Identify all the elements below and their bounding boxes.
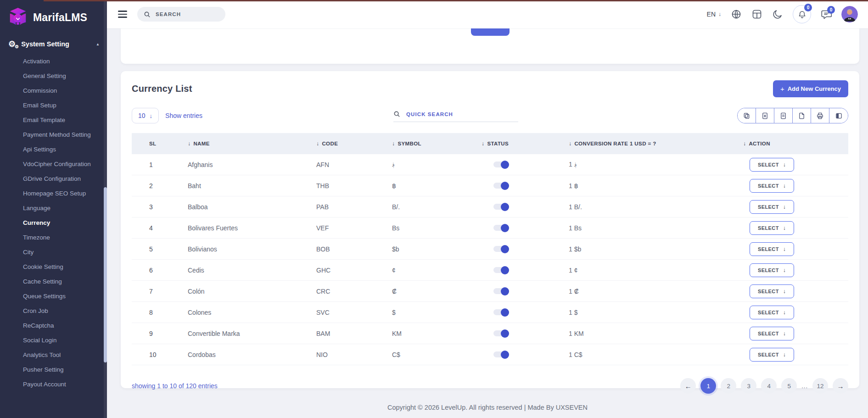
code-cell: PAB bbox=[311, 203, 386, 211]
select-action-button[interactable]: SELECT↓ bbox=[750, 284, 794, 298]
messages-button[interactable]: 0 bbox=[821, 9, 832, 20]
sidebar-item-homepage-seo-setup[interactable]: Homepage SEO Setup bbox=[0, 186, 107, 201]
column-header-status[interactable]: ↓STATUS bbox=[476, 140, 563, 147]
global-search[interactable] bbox=[137, 7, 225, 22]
select-action-label: SELECT bbox=[758, 268, 779, 273]
status-toggle[interactable] bbox=[493, 267, 508, 273]
prev-page-button[interactable]: ← bbox=[680, 378, 696, 394]
column-header-action[interactable]: ↓ACTION bbox=[738, 140, 848, 147]
select-action-button[interactable]: SELECT↓ bbox=[750, 327, 794, 340]
symbol-cell: ؋ bbox=[386, 161, 476, 168]
select-action-label: SELECT bbox=[758, 331, 779, 336]
sidebar-item-queue-settings[interactable]: Queue Settings bbox=[0, 289, 107, 303]
action-cell: SELECT↓ bbox=[738, 158, 848, 172]
select-action-button[interactable]: SELECT↓ bbox=[750, 179, 794, 193]
sidebar-item-city[interactable]: City bbox=[0, 245, 107, 259]
status-toggle[interactable] bbox=[493, 330, 508, 336]
language-selector[interactable]: EN ↓ bbox=[707, 11, 721, 18]
export-excel-button[interactable] bbox=[756, 108, 774, 123]
column-header-conversion-rate-1-usd[interactable]: ↓CONVERSION RATE 1 USD = ? bbox=[563, 140, 738, 147]
select-action-button[interactable]: SELECT↓ bbox=[750, 306, 794, 319]
topbar-actions: EN ↓ 0 bbox=[707, 5, 858, 23]
status-toggle[interactable] bbox=[493, 288, 508, 294]
sidebar-item-payout-account[interactable]: Payout Account bbox=[0, 377, 107, 391]
status-toggle[interactable] bbox=[493, 162, 508, 167]
chevron-down-icon: ↓ bbox=[783, 225, 786, 231]
quick-search-input[interactable] bbox=[405, 111, 518, 117]
sidebar-item-api-settings[interactable]: Api Settings bbox=[0, 142, 107, 156]
page-button-3[interactable]: 3 bbox=[741, 378, 756, 394]
chevron-down-icon: ↓ bbox=[783, 246, 786, 252]
status-cell bbox=[476, 330, 563, 336]
column-header-symbol[interactable]: ↓SYMBOL bbox=[386, 140, 476, 147]
select-action-button[interactable]: SELECT↓ bbox=[750, 221, 794, 235]
pagination-ellipsis: ... bbox=[801, 383, 808, 390]
sidebar-item-cron-job[interactable]: Cron Job bbox=[0, 303, 107, 318]
sl-cell: 10 bbox=[132, 351, 182, 358]
column-header-sl[interactable]: SL bbox=[132, 141, 182, 146]
page-button-1[interactable]: 1 bbox=[700, 378, 716, 394]
status-toggle[interactable] bbox=[493, 183, 508, 189]
status-toggle[interactable] bbox=[493, 246, 508, 252]
export-columns-button[interactable] bbox=[829, 108, 848, 123]
sidebar-item-cookie-setting[interactable]: Cookie Setting bbox=[0, 259, 107, 274]
select-action-button[interactable]: SELECT↓ bbox=[750, 200, 794, 214]
status-toggle[interactable] bbox=[493, 309, 508, 315]
sidebar-item-language[interactable]: Language bbox=[0, 201, 107, 215]
notifications-button[interactable]: 0 bbox=[793, 5, 811, 23]
status-toggle[interactable] bbox=[493, 204, 508, 210]
sidebar-item-email-template[interactable]: Email Template bbox=[0, 112, 107, 127]
toggle-knob bbox=[501, 203, 509, 211]
column-header-name[interactable]: ↓NAME bbox=[182, 140, 311, 147]
page-button-12[interactable]: 12 bbox=[812, 378, 828, 394]
entries-per-page-select[interactable]: 10 ↓ bbox=[132, 108, 159, 123]
select-action-button[interactable]: SELECT↓ bbox=[750, 158, 794, 172]
page-button-2[interactable]: 2 bbox=[721, 378, 736, 394]
sidebar-item-recaptcha[interactable]: ReCaptcha bbox=[0, 318, 107, 333]
status-toggle[interactable] bbox=[493, 351, 508, 357]
page-button-4[interactable]: 4 bbox=[761, 378, 777, 394]
column-header-code[interactable]: ↓CODE bbox=[311, 140, 386, 147]
export-csv-button[interactable] bbox=[774, 108, 793, 123]
sidebar-item-timezone[interactable]: Timezone bbox=[0, 230, 107, 245]
sidebar-item-currency[interactable]: Currency bbox=[0, 215, 107, 230]
sidebar-scrollbar[interactable] bbox=[104, 0, 107, 418]
export-pdf-button[interactable] bbox=[793, 108, 811, 123]
next-page-button[interactable]: → bbox=[833, 378, 848, 394]
sidebar-item-activation[interactable]: Activation bbox=[0, 54, 107, 68]
sidebar-item-email-setup[interactable]: Email Setup bbox=[0, 98, 107, 112]
globe-icon[interactable] bbox=[731, 9, 742, 20]
user-avatar[interactable] bbox=[841, 6, 858, 22]
sidebar-item-general-setting[interactable]: General Setting bbox=[0, 68, 107, 83]
sidebar-item-payment-method-setting[interactable]: Payment Method Setting bbox=[0, 127, 107, 142]
code-cell: SVC bbox=[311, 309, 386, 316]
sidebar-item-analytics-tool[interactable]: Analytics Tool bbox=[0, 347, 107, 362]
sidebar-item-social-login[interactable]: Social Login bbox=[0, 333, 107, 347]
menu-toggle-button[interactable] bbox=[118, 9, 127, 20]
page-button-5[interactable]: 5 bbox=[781, 378, 797, 394]
sidebar-item-vdocipher-configuration[interactable]: VdoCipher Configuration bbox=[0, 156, 107, 171]
sidebar-section-system-setting[interactable]: ⚙⚙ System Setting ▲ bbox=[0, 33, 107, 52]
dark-mode-icon[interactable] bbox=[772, 9, 783, 20]
action-cell: SELECT↓ bbox=[738, 263, 848, 277]
quick-search[interactable] bbox=[393, 111, 518, 122]
select-action-button[interactable]: SELECT↓ bbox=[750, 348, 794, 362]
sidebar-item-pusher-setting[interactable]: Pusher Setting bbox=[0, 362, 107, 377]
layout-icon[interactable] bbox=[751, 9, 762, 20]
export-print-button[interactable] bbox=[811, 108, 829, 123]
status-toggle[interactable] bbox=[493, 225, 508, 231]
sidebar-item-gdrive-configuration[interactable]: GDrive Configuration bbox=[0, 171, 107, 186]
brand[interactable]: MarifaLMS bbox=[0, 0, 107, 33]
sidebar-item-cache-setting[interactable]: Cache Setting bbox=[0, 274, 107, 289]
action-cell: SELECT↓ bbox=[738, 200, 848, 214]
select-action-button[interactable]: SELECT↓ bbox=[750, 242, 794, 256]
status-cell bbox=[476, 267, 563, 273]
export-copy-button[interactable] bbox=[738, 108, 756, 123]
select-action-button[interactable]: SELECT↓ bbox=[750, 263, 794, 277]
add-new-currency-button[interactable]: + Add New Currency bbox=[773, 80, 848, 97]
symbol-cell: ¢ bbox=[386, 267, 476, 274]
search-input[interactable] bbox=[155, 11, 219, 17]
sidebar-scrollbar-thumb[interactable] bbox=[104, 187, 107, 362]
symbol-cell: C$ bbox=[386, 351, 476, 358]
sidebar-item-commission[interactable]: Commission bbox=[0, 83, 107, 98]
